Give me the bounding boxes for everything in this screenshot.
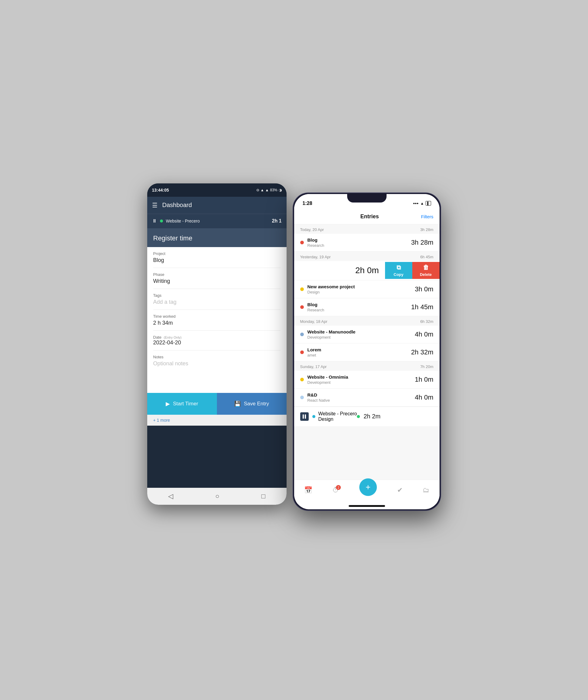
iphone-time: 1:28 bbox=[303, 201, 312, 206]
running-time-container: 2h 2m bbox=[357, 413, 380, 420]
entry-dot bbox=[300, 351, 304, 354]
phase-label: Phase bbox=[153, 272, 281, 277]
entry-blog-research-2[interactable]: Blog Research 1h 45m bbox=[294, 298, 440, 316]
entry-swiped[interactable]: 2h 0m ⧉ Copy 🗑 Delete bbox=[294, 261, 440, 280]
running-phase: Design bbox=[318, 417, 357, 422]
start-timer-button[interactable]: ▶ Start Timer bbox=[147, 393, 217, 415]
iphone: 1:28 ●●● ▲ ▌ Entries Filters Today, 20 A… bbox=[293, 192, 441, 511]
nav-check[interactable]: ✔ bbox=[397, 486, 403, 494]
entry-project: Blog bbox=[307, 237, 411, 242]
date-label: Date (Entry Only) bbox=[153, 335, 281, 339]
register-title: Register time bbox=[153, 234, 281, 242]
nav-calendar[interactable]: 📅 bbox=[304, 486, 312, 494]
menu-icon[interactable]: ☰ bbox=[152, 202, 158, 209]
more-row[interactable]: + 1 more bbox=[147, 415, 287, 426]
battery-icon: ◑ bbox=[279, 188, 282, 192]
entry-info: Website - Omnimia Development bbox=[307, 375, 415, 385]
entry-content-1: Blog Research 3h 28m bbox=[300, 237, 434, 248]
save-entry-button[interactable]: 💾 Save Entry bbox=[217, 393, 287, 415]
home-nav-icon[interactable]: ○ bbox=[215, 492, 219, 500]
entry-dot bbox=[300, 241, 304, 244]
entry-time: 4h 0m bbox=[415, 330, 433, 338]
sunday-total: 7h 20m bbox=[420, 365, 433, 369]
entry-actions: ⧉ Copy 🗑 Delete bbox=[385, 262, 440, 279]
add-entry-button[interactable]: + bbox=[359, 478, 377, 496]
copy-button[interactable]: ⧉ Copy bbox=[385, 262, 412, 279]
recents-nav-icon[interactable]: □ bbox=[261, 492, 265, 500]
swiped-info bbox=[294, 270, 355, 271]
entry-lorem[interactable]: Lorem amet 2h 32m bbox=[294, 343, 440, 362]
nav-timer[interactable]: ⏱ 2 bbox=[332, 486, 339, 494]
swiped-time: 2h 0m bbox=[355, 265, 379, 275]
entry-time: 4h 0m bbox=[415, 394, 433, 402]
notes-placeholder: Optional notes bbox=[153, 361, 281, 367]
project-value: Blog bbox=[153, 257, 281, 263]
entry-awesome-project[interactable]: New awesome project Design 3h 0m bbox=[294, 280, 440, 298]
play-icon: ▶ bbox=[166, 401, 170, 407]
android-top-bar: ☰ Dashboard bbox=[147, 197, 287, 214]
timer-badge: 2 bbox=[336, 485, 341, 490]
yesterday-label: Yesterday, 19 Apr bbox=[300, 255, 331, 259]
sunday-label: Sunday, 17 Apr bbox=[300, 365, 327, 369]
entry-info: Blog Research bbox=[307, 237, 411, 248]
entry-rd[interactable]: R&D React Native 4h 0m bbox=[294, 389, 440, 407]
yesterday-total: 6h 45m bbox=[420, 255, 433, 259]
entry-time: 1h 45m bbox=[411, 303, 433, 311]
entry-content-3: New awesome project Design 3h 0m bbox=[300, 284, 434, 294]
entry-phase: Research bbox=[307, 243, 411, 248]
pause-icon[interactable]: ⏸ bbox=[152, 218, 157, 224]
plus-icon: + bbox=[366, 482, 370, 492]
notes-field[interactable]: Notes Optional notes bbox=[153, 351, 281, 393]
tags-label: Tags bbox=[153, 293, 281, 298]
tags-field[interactable]: Tags Add a tag bbox=[153, 289, 281, 310]
minus-icon: ⊖ bbox=[256, 188, 259, 192]
entries-title: Entries bbox=[318, 213, 421, 220]
entry-content-7: Website - Omnimia Development 1h 0m bbox=[300, 375, 434, 385]
entry-dot bbox=[300, 396, 304, 399]
save-icon: 💾 bbox=[234, 401, 241, 407]
phase-value: Writing bbox=[153, 278, 281, 284]
wifi-icon: ▲ bbox=[261, 188, 264, 192]
time-worked-field[interactable]: Time worked 2 h 34m bbox=[153, 310, 281, 331]
entry-time: 1h 0m bbox=[415, 376, 433, 384]
dashboard-title: Dashboard bbox=[162, 202, 192, 208]
today-total: 3h 28m bbox=[420, 227, 433, 232]
date-value: 2022-04-20 bbox=[153, 339, 281, 346]
time-worked-value: 2 h 34m bbox=[153, 320, 281, 326]
battery-text: 83% bbox=[270, 188, 277, 192]
android-timer-bar: ⏸ Website - Precero 2h 1 bbox=[147, 214, 287, 228]
iphone-battery-icon: ▌ bbox=[426, 201, 431, 205]
entry-time: 3h 28m bbox=[411, 238, 433, 246]
entry-manunoodle[interactable]: Website - Manunoodle Development 4h 0m bbox=[294, 325, 440, 343]
phase-field[interactable]: Phase Writing bbox=[153, 268, 281, 289]
entry-dot bbox=[300, 378, 304, 382]
entry-dot bbox=[300, 305, 304, 309]
android-nav: ◁ ○ □ bbox=[147, 488, 287, 505]
entry-phase: Development bbox=[307, 335, 415, 339]
entry-phase: React Native bbox=[307, 398, 415, 403]
entry-project: R&D bbox=[307, 392, 415, 398]
folder-icon: 🗂 bbox=[423, 486, 429, 494]
delete-button[interactable]: 🗑 Delete bbox=[412, 262, 440, 279]
register-panel: Register time bbox=[147, 228, 287, 247]
nav-folder[interactable]: 🗂 bbox=[423, 486, 429, 494]
pause-button[interactable] bbox=[300, 412, 309, 421]
entry-info: Lorem amet bbox=[307, 347, 411, 358]
pause-bar-1 bbox=[303, 415, 304, 419]
bottom-buttons: ▶ Start Timer 💾 Save Entry bbox=[147, 393, 287, 415]
project-field[interactable]: Project Blog bbox=[153, 247, 281, 268]
filters-button[interactable]: Filters bbox=[421, 214, 434, 219]
android-phone: 13:44:05 ⊖ ▲ ▲ 83% ◑ ☰ Dashboard ⏸ Websi… bbox=[147, 183, 287, 505]
entry-blog-research[interactable]: Blog Research 3h 28m bbox=[294, 234, 440, 252]
notes-label: Notes bbox=[153, 355, 281, 359]
entry-omnimia[interactable]: Website - Omnimia Development 1h 0m bbox=[294, 371, 440, 389]
iphone-wifi-icon: ▲ bbox=[420, 201, 424, 205]
entry-project: Website - Manunoodle bbox=[307, 329, 415, 334]
date-field[interactable]: Date (Entry Only) 2022-04-20 bbox=[153, 331, 281, 351]
running-entry[interactable]: Website - Precero Design 2h 2m bbox=[294, 407, 440, 426]
entry-content-6: Lorem amet 2h 32m bbox=[300, 347, 434, 358]
back-nav-icon[interactable]: ◁ bbox=[168, 492, 173, 500]
entry-phase: Development bbox=[307, 380, 415, 385]
entry-project: Blog bbox=[307, 302, 411, 307]
project-label: Project bbox=[153, 251, 281, 256]
